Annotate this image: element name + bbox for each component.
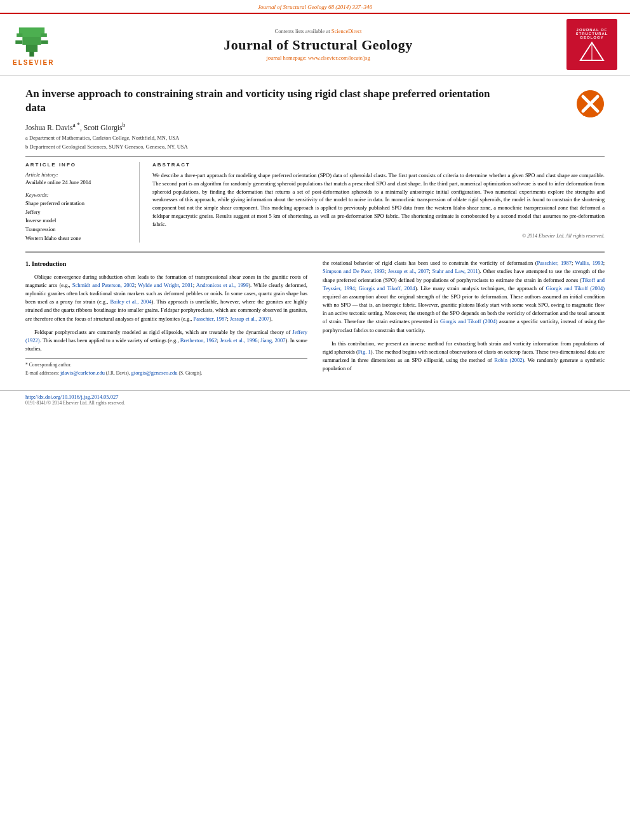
ref-giorgis-tikoff2[interactable]: Giorgis and Tikoff (2004): [440, 318, 497, 324]
body-divider: [25, 251, 605, 253]
ref-simpson[interactable]: Simpson and De Paor, 1993: [323, 268, 385, 274]
body-para-right-2: In this contribution, we present an inve…: [323, 340, 605, 373]
journal-title: Journal of Structural Geology: [70, 37, 566, 53]
abstract-text: We describe a three-part approach for mo…: [152, 171, 605, 228]
header-divider: [25, 156, 605, 157]
body-right-col: the rotational behavior of rigid clasts …: [323, 259, 605, 378]
email2-link[interactable]: giorgis@geneseo.edu: [131, 370, 178, 376]
page-footer: http://dx.doi.org/10.1016/j.jsg.2014.05.…: [0, 390, 630, 408]
ref-wylde[interactable]: Wylde and Wright, 2001: [138, 282, 192, 288]
journal-homepage: journal homepage: www.elsevier.com/locat…: [70, 55, 566, 61]
ref-andronicos[interactable]: Andronicos et al., 1999: [196, 282, 248, 288]
ref-jezek[interactable]: Jezek et al., 1996: [220, 337, 257, 343]
body-para-2: Feldspar porphyroclasts are commonly mod…: [25, 328, 307, 354]
journal-badge: JOURNAL OF STRUCTURAL GEOLOGY: [566, 19, 617, 70]
keyword-5: Western Idaho shear zone: [25, 234, 129, 243]
ref-passchier87[interactable]: Passchier, 1987: [537, 260, 572, 266]
keyword-2: Jeffery: [25, 208, 129, 217]
elsevier-tree-icon: [13, 23, 51, 58]
body-left-col: 1. Introduction Oblique convergence duri…: [25, 259, 307, 378]
homepage-url[interactable]: www.elsevier.com/locate/jsg: [308, 55, 370, 61]
svg-rect-2: [22, 36, 41, 45]
body-para-1: Oblique convergence during subduction of…: [25, 273, 307, 323]
elsevier-logo: ELSEVIER: [13, 23, 70, 66]
article-meta-row: ARTICLE INFO Article history: Available …: [25, 162, 605, 243]
keywords-list: Shape preferred orientation Jeffery Inve…: [25, 199, 129, 243]
journal-header-center: Contents lists available at ScienceDirec…: [70, 28, 566, 61]
email1-link[interactable]: jdavis@carleton.edu: [60, 370, 105, 376]
affiliation-b: b Department of Geological Sciences, SUN…: [25, 143, 605, 152]
title-row: An inverse approach to constraining stra…: [25, 87, 605, 121]
copyright-line: © 2014 Elsevier Ltd. All rights reserved…: [152, 233, 605, 239]
issn-line: 0191-8141/© 2014 Elsevier Ltd. All right…: [25, 400, 605, 406]
ref-robin[interactable]: Robin (2002): [494, 357, 524, 363]
authors-line: Joshua R. Davisa *, Scott Giorgisb: [25, 121, 605, 131]
sciencedirect-label: Contents lists available at ScienceDirec…: [70, 28, 566, 34]
svg-rect-1: [26, 44, 37, 52]
svg-rect-7: [41, 41, 48, 44]
svg-rect-3: [19, 27, 44, 37]
ref-fig1[interactable]: Fig. 1: [358, 349, 371, 355]
affiliation-a: a Department of Mathematics, Carleton Co…: [25, 134, 605, 143]
ref-passchier[interactable]: Passchier, 1987: [194, 316, 227, 322]
keyword-1: Shape preferred orientation: [25, 199, 129, 208]
keyword-3: Inverse model: [25, 217, 129, 225]
article-title: An inverse approach to constraining stra…: [25, 87, 508, 115]
footnote-area: * Corresponding author. E-mail addresses…: [25, 358, 307, 377]
svg-rect-5: [15, 41, 22, 44]
ref-wallis[interactable]: Wallis, 1993: [575, 260, 603, 266]
ref-schmidt[interactable]: Schmidt and Paterson, 2002: [72, 282, 135, 288]
ref-jiang[interactable]: Jiang, 2007: [260, 337, 285, 343]
ref-bretherton[interactable]: Bretherton, 1962: [180, 337, 217, 343]
body-para-right-1: the rotational behavior of rigid clasts …: [323, 259, 605, 335]
ref-jessup07[interactable]: Jessup et al., 2007: [388, 268, 429, 274]
journal-header: ELSEVIER Contents lists available at Sci…: [0, 13, 630, 76]
email-line: E-mail addresses: jdavis@carleton.edu (J…: [25, 369, 307, 377]
abstract-col: ABSTRACT We describe a three-part approa…: [152, 162, 605, 243]
author-a-name: Joshua R. Davis: [25, 124, 72, 131]
svg-rect-4: [17, 34, 22, 37]
svg-text:CrossMark: CrossMark: [582, 113, 598, 117]
ref-giorgis04[interactable]: Giorgis and Tikoff, 2004: [359, 285, 415, 291]
keyword-4: Transpression: [25, 225, 129, 234]
article-info-col: ARTICLE INFO Article history: Available …: [25, 162, 140, 243]
section1-heading: 1. Introduction: [25, 259, 307, 269]
badge-icon: [579, 41, 605, 62]
corresponding-label: * Corresponding author.: [25, 361, 307, 369]
available-online: Available online 24 June 2014: [25, 179, 129, 185]
svg-rect-6: [41, 34, 47, 37]
ref-giorgis-tikoff[interactable]: Giorgis and Tikoff (2004): [546, 285, 605, 291]
crossmark-icon[interactable]: CrossMark: [576, 90, 605, 118]
ref-stahr[interactable]: Stahr and Law, 2011: [432, 268, 478, 274]
banner-text: Journal of Structural Geology 68 (2014) …: [258, 4, 372, 10]
journal-banner: Journal of Structural Geology 68 (2014) …: [0, 0, 630, 13]
sciencedirect-link[interactable]: ScienceDirect: [332, 28, 362, 34]
ref-jessup[interactable]: Jessup et al., 2007: [230, 316, 269, 322]
affiliations: a Department of Mathematics, Carleton Co…: [25, 134, 605, 151]
history-label: Article history:: [25, 171, 129, 178]
author-b-name: Scott Giorgis: [84, 124, 123, 131]
keywords-label: Keywords:: [25, 192, 129, 198]
doi-link[interactable]: http://dx.doi.org/10.1016/j.jsg.2014.05.…: [25, 394, 605, 400]
article-wrapper: An inverse approach to constraining stra…: [0, 76, 630, 390]
abstract-label: ABSTRACT: [152, 162, 605, 168]
article-info-label: ARTICLE INFO: [25, 162, 129, 168]
ref-bailey[interactable]: Bailey et al., 2004: [110, 298, 151, 305]
body-content: 1. Introduction Oblique convergence duri…: [25, 259, 605, 378]
elsevier-wordmark: ELSEVIER: [13, 59, 54, 66]
